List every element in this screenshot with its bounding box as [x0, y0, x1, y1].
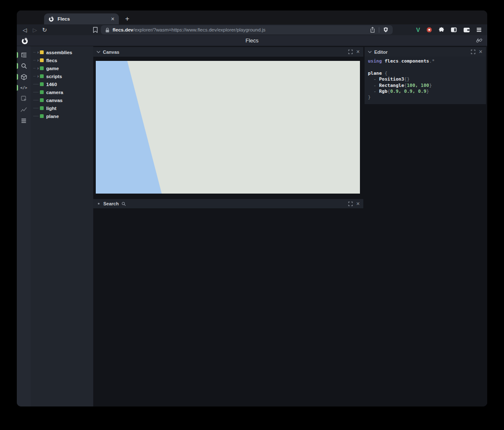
- browser-toolbar: ◁ ▷ ↻ flecs.dev/explorer/?wasm=https://w…: [17, 24, 487, 35]
- code-line: - Position3{}: [368, 76, 483, 82]
- editor-code[interactable]: using flecs.components.* plane { - Posit…: [365, 57, 486, 104]
- editor-panel-header: Editor ✕: [365, 47, 486, 57]
- extensions-puzzle-icon[interactable]: [438, 27, 444, 33]
- url-bar[interactable]: flecs.dev/explorer/?wasm=https://www.fle…: [101, 25, 393, 34]
- entity-color-swatch: [40, 74, 44, 78]
- entity-label: camera: [46, 90, 63, 95]
- tree-item-light[interactable]: light: [31, 104, 93, 112]
- close-icon[interactable]: ✕: [479, 50, 483, 54]
- menu-icon[interactable]: [476, 27, 482, 32]
- code-line: using flecs.components.*: [368, 58, 483, 64]
- entity-color-swatch: [40, 50, 44, 54]
- chevron-down-icon[interactable]: [368, 51, 372, 53]
- active-indicator: [17, 52, 18, 58]
- tab-favicon-flecs-logo: [48, 16, 54, 22]
- tool-cube-icon[interactable]: [17, 71, 31, 82]
- tree-item-assemblies[interactable]: ›assemblies: [31, 48, 93, 56]
- fullscreen-icon[interactable]: [348, 202, 353, 206]
- share-icon[interactable]: [370, 27, 375, 33]
- url-path: /explorer/?wasm=https://www.flecs.dev/ex…: [133, 27, 265, 32]
- tool-code-icon[interactable]: </>: [17, 82, 31, 93]
- tool-strip: </>: [17, 46, 31, 406]
- tree-item-canvas[interactable]: canvas: [31, 96, 93, 104]
- collapsed-panel-dot[interactable]: [98, 203, 100, 205]
- search-panel-title: Search: [103, 201, 119, 206]
- entity-label: plane: [46, 114, 59, 119]
- entity-color-swatch: [40, 82, 44, 86]
- tree-item-game[interactable]: ›game: [31, 64, 93, 72]
- tree-item-scripts[interactable]: ›scripts: [31, 72, 93, 80]
- fullscreen-icon[interactable]: [348, 50, 353, 54]
- browser-window: Flecs ✕ + ◁ ▷ ↻ flecs.dev/explorer/?wasm…: [17, 10, 487, 406]
- active-indicator: [17, 63, 18, 69]
- bookmark-icon[interactable]: [91, 26, 100, 34]
- expand-arrow-icon[interactable]: ›: [33, 72, 39, 80]
- flecs-logo: [21, 37, 29, 45]
- tree-connector: [33, 80, 39, 88]
- editor-panel-title: Editor: [374, 50, 468, 55]
- browser-tab-bar: Flecs ✕ +: [17, 10, 487, 24]
- entity-color-swatch: [40, 106, 44, 110]
- canvas-panel-header: Canvas ✕: [93, 47, 363, 57]
- entity-label: scripts: [46, 74, 62, 79]
- render-canvas[interactable]: [96, 61, 360, 194]
- tool-stats-icon[interactable]: [17, 115, 31, 126]
- close-icon[interactable]: ✕: [356, 50, 360, 54]
- entity-label: flecs: [46, 58, 57, 63]
- code-line: [368, 64, 483, 70]
- tool-inspect-icon[interactable]: [17, 93, 31, 104]
- tree-connector: [33, 112, 39, 120]
- entity-label: 1460: [46, 82, 57, 87]
- tree-item-flecs[interactable]: ›flecs: [31, 56, 93, 64]
- tree-item-camera[interactable]: camera: [31, 88, 93, 96]
- red-extension-icon[interactable]: [426, 27, 432, 33]
- reload-button[interactable]: ↻: [40, 24, 49, 35]
- sidebar-toggle-icon[interactable]: [451, 27, 457, 33]
- new-tab-button[interactable]: +: [122, 13, 133, 24]
- tree-item-1460[interactable]: 1460: [31, 80, 93, 88]
- close-icon[interactable]: ✕: [356, 202, 360, 206]
- browser-tab[interactable]: Flecs ✕: [44, 13, 119, 24]
- share-link-icon[interactable]: [476, 38, 482, 44]
- forward-button: ▷: [30, 24, 39, 35]
- entity-tree-panel: ›assemblies›flecs›game›scripts1460camera…: [31, 46, 93, 406]
- fullscreen-icon[interactable]: [471, 50, 475, 54]
- url-text[interactable]: flecs.dev/explorer/?wasm=https://www.fle…: [113, 27, 367, 32]
- tool-entity-tree-icon[interactable]: [17, 50, 31, 60]
- entity-color-swatch: [40, 98, 44, 102]
- code-line: }: [368, 94, 483, 100]
- entity-label: game: [46, 66, 59, 71]
- tool-list: </>: [17, 50, 31, 126]
- tree-connector: [33, 104, 39, 112]
- entity-color-swatch: [40, 66, 44, 70]
- vue-devtools-icon[interactable]: V: [416, 26, 420, 33]
- tool-search-icon[interactable]: [17, 60, 31, 71]
- extensions-row: V: [416, 24, 482, 35]
- entity-color-swatch: [40, 114, 44, 118]
- expand-arrow-icon[interactable]: ›: [33, 48, 39, 56]
- expand-arrow-icon[interactable]: ›: [33, 56, 39, 64]
- entity-tree-list: ›assemblies›flecs›game›scripts1460camera…: [31, 46, 93, 120]
- code-line: - Rectangle{100, 100}: [368, 83, 483, 89]
- lock-icon: [105, 27, 110, 33]
- code-line: - Rgb{0.9, 0.9, 0.9}: [368, 89, 483, 94]
- tab-title: Flecs: [58, 16, 108, 21]
- canvas-panel-title: Canvas: [103, 50, 346, 55]
- back-button[interactable]: ◁: [20, 24, 29, 35]
- chevron-down-icon[interactable]: [97, 51, 100, 53]
- urlbar-separator: [379, 27, 379, 33]
- tree-item-plane[interactable]: plane: [31, 112, 93, 120]
- wallet-icon[interactable]: [463, 27, 470, 33]
- search-panel-header: Search ✕: [93, 199, 363, 208]
- brave-shield-icon[interactable]: [383, 27, 388, 33]
- expand-arrow-icon[interactable]: ›: [33, 64, 39, 72]
- page-title: Flecs: [17, 37, 487, 44]
- tool-chart-icon[interactable]: [17, 104, 31, 115]
- active-indicator: [17, 85, 18, 91]
- url-domain: flecs.dev: [113, 27, 133, 32]
- entity-color-swatch: [40, 90, 44, 94]
- code-line: plane {: [368, 71, 483, 76]
- entity-label: light: [46, 106, 56, 111]
- tab-close-icon[interactable]: ✕: [111, 16, 115, 22]
- active-indicator: [17, 74, 18, 80]
